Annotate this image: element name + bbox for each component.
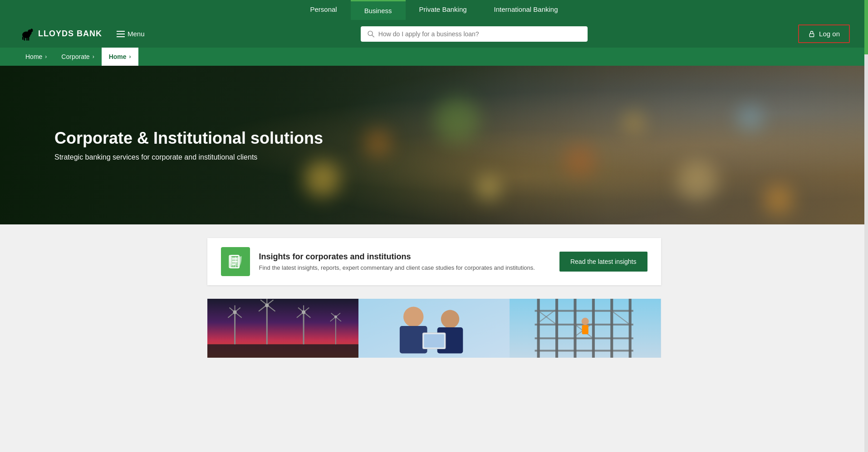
scrollbar-track [864, 0, 868, 362]
breadcrumb-label-2: Home [109, 53, 127, 60]
menu-label: Menu [128, 30, 145, 38]
breadcrumb-chevron-0: › [45, 53, 47, 60]
card-construction [510, 299, 661, 358]
svg-rect-53 [535, 337, 633, 339]
logo-text: LLOYDS BANK [38, 29, 102, 39]
svg-rect-50 [629, 299, 632, 358]
card-meeting [358, 299, 510, 358]
search-area [159, 26, 790, 42]
svg-rect-4 [26, 38, 28, 40]
top-nav-item-business[interactable]: Business [351, 0, 406, 20]
svg-point-26 [265, 303, 269, 307]
login-button[interactable]: Log on [798, 24, 850, 43]
svg-point-60 [582, 318, 589, 325]
svg-point-21 [233, 311, 236, 314]
search-box [361, 26, 588, 42]
top-nav-item-international-banking[interactable]: International Banking [481, 0, 572, 20]
svg-rect-48 [592, 299, 595, 358]
read-insights-button[interactable]: Read the latest insights [559, 252, 647, 272]
svg-rect-9 [809, 34, 814, 37]
menu-button[interactable]: Menu [111, 26, 150, 41]
insights-text: Insights for corporates and institutions… [259, 252, 550, 271]
search-icon [367, 30, 375, 38]
hero-title: Corporate & Institutional solutions [54, 129, 323, 148]
hero-content: Corporate & Institutional solutions Stra… [0, 129, 323, 161]
breadcrumb: Home›Corporate›Home› [0, 48, 868, 66]
site-header: LLOYDS BANK Menu Log on [0, 20, 868, 48]
svg-point-40 [441, 310, 459, 328]
insights-icon-box [221, 247, 250, 276]
search-input[interactable] [378, 30, 581, 38]
insights-title: Insights for corporates and institutions [259, 252, 550, 262]
hamburger-icon [117, 31, 125, 37]
svg-rect-5 [28, 37, 29, 40]
svg-rect-16 [207, 344, 358, 358]
book-icon [227, 253, 244, 270]
lock-icon [808, 30, 815, 38]
breadcrumb-label-1: Corporate [61, 53, 89, 60]
svg-rect-6 [22, 37, 24, 39]
svg-line-8 [372, 35, 374, 37]
scrollbar-thumb[interactable] [864, 0, 868, 54]
svg-rect-49 [610, 299, 613, 358]
card-image-meeting [358, 299, 510, 358]
card-image-wind [207, 299, 358, 358]
svg-point-2 [30, 29, 33, 32]
svg-rect-47 [574, 299, 577, 358]
svg-rect-51 [535, 310, 633, 312]
breadcrumb-label-0: Home [25, 53, 42, 60]
insights-banner: Insights for corporates and institutions… [207, 238, 661, 285]
top-nav-item-personal[interactable]: Personal [296, 0, 350, 20]
svg-rect-46 [555, 299, 558, 358]
card-image-construction [510, 299, 661, 358]
horse-icon [18, 26, 34, 42]
insights-description: Find the latest insights, reports, exper… [259, 264, 550, 271]
top-nav-item-private-banking[interactable]: Private Banking [406, 0, 481, 20]
breadcrumb-item-1[interactable]: Corporate› [54, 48, 101, 66]
svg-rect-43 [424, 334, 444, 347]
breadcrumb-item-2[interactable]: Home› [102, 48, 138, 66]
breadcrumb-chevron-1: › [93, 53, 94, 60]
login-label: Log on [819, 30, 840, 38]
breadcrumb-chevron-2: › [129, 53, 131, 60]
card-wind [207, 299, 358, 358]
svg-point-35 [334, 316, 337, 318]
svg-point-38 [403, 307, 423, 327]
svg-rect-61 [582, 325, 588, 334]
hero-subtitle: Strategic banking services for corporate… [54, 153, 323, 161]
hero-section: Corporate & Institutional solutions Stra… [0, 66, 868, 224]
cards-area [207, 299, 661, 358]
svg-point-7 [368, 31, 373, 35]
breadcrumb-item-0[interactable]: Home› [18, 48, 54, 66]
logo: LLOYDS BANK [18, 26, 102, 42]
svg-rect-3 [24, 37, 25, 40]
svg-rect-54 [535, 350, 633, 351]
svg-rect-45 [537, 299, 540, 358]
svg-point-31 [302, 311, 305, 314]
top-nav: PersonalBusinessPrivate BankingInternati… [0, 0, 868, 20]
